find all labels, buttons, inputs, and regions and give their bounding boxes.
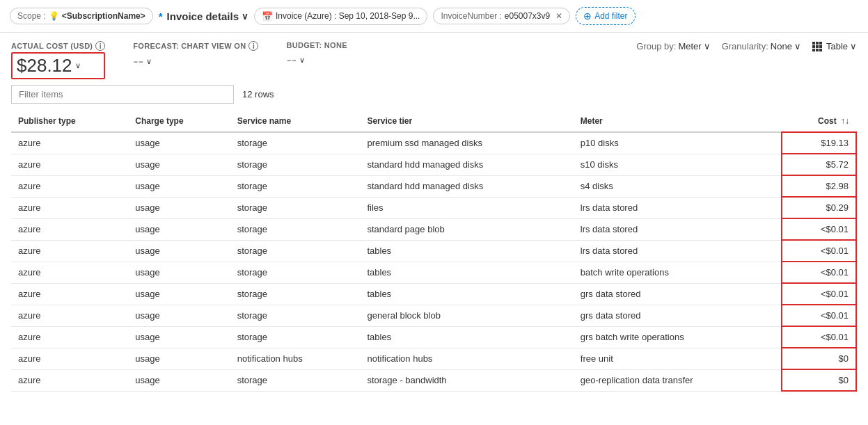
cell-service-name: storage xyxy=(230,326,361,348)
forecast-value[interactable]: -- ∨ xyxy=(133,52,258,70)
table-body: azure usage storage premium ssd managed … xyxy=(11,132,856,391)
col-cost[interactable]: Cost ↑↓ xyxy=(782,111,856,132)
data-table: Publisher type Charge type Service name … xyxy=(11,111,857,392)
cell-cost: $2.98 xyxy=(782,175,856,197)
cell-charge-type: usage xyxy=(128,305,230,326)
granularity-label: Granularity: xyxy=(722,41,768,51)
cell-charge-type: usage xyxy=(128,369,230,391)
cell-service-name: storage xyxy=(230,175,361,197)
cell-cost: $0 xyxy=(782,348,856,369)
scope-value: <SubscriptionName> xyxy=(62,11,145,21)
cell-meter: p10 disks xyxy=(574,132,782,154)
cell-meter: grs data stored xyxy=(574,305,782,326)
rows-count: 12 rows xyxy=(242,89,274,99)
cell-service-tier: tables xyxy=(360,240,573,262)
invoice-number-label: InvoiceNumber : xyxy=(441,11,501,21)
cell-publisher-type: azure xyxy=(11,175,128,197)
cell-meter: lrs data stored xyxy=(574,197,782,218)
cell-charge-type: usage xyxy=(128,240,230,262)
add-filter-button[interactable]: ⊕ Add filter xyxy=(576,7,635,25)
cell-publisher-type: azure xyxy=(11,283,128,305)
table-row: azure usage storage standard page blob l… xyxy=(11,218,856,240)
table-row: azure usage storage premium ssd managed … xyxy=(11,132,856,154)
group-by-control[interactable]: Group by: Meter ∨ xyxy=(636,41,710,51)
granularity-control[interactable]: Granularity: None ∨ xyxy=(722,41,801,51)
cell-publisher-type: azure xyxy=(11,369,128,391)
cell-service-tier: files xyxy=(360,197,573,218)
invoice-filter-pill[interactable]: 📅 Invoice (Azure) : Sep 10, 2018-Sep 9..… xyxy=(254,8,427,25)
page-title: Invoice details xyxy=(167,10,239,22)
cell-service-tier: general block blob xyxy=(360,305,573,326)
table-row: azure usage storage tables grs batch wri… xyxy=(11,326,856,348)
forecast-item: FORECAST: CHART VIEW ON i -- ∨ xyxy=(133,41,258,70)
cell-service-name: storage xyxy=(230,305,361,326)
sort-icon: ↑↓ xyxy=(841,116,849,126)
cell-service-tier: premium ssd managed disks xyxy=(360,132,573,154)
invoice-filter-value: Invoice (Azure) : Sep 10, 2018-Sep 9... xyxy=(276,11,420,21)
cell-service-tier: standard hdd managed disks xyxy=(360,154,573,175)
cell-service-tier: standard page blob xyxy=(360,218,573,240)
chevron-down-icon: ∨ xyxy=(242,11,248,22)
cell-publisher-type: azure xyxy=(11,240,128,262)
cell-publisher-type: azure xyxy=(11,262,128,283)
invoice-number-value: e05007x3v9 xyxy=(505,11,550,21)
cell-meter: free unit xyxy=(574,348,782,369)
table-area: 12 rows Publisher type Charge type Servi… xyxy=(0,85,868,392)
cell-cost: <$0.01 xyxy=(782,326,856,348)
cell-service-name: storage xyxy=(230,262,361,283)
budget-chevron-icon[interactable]: ∨ xyxy=(299,56,305,65)
filter-row: 12 rows xyxy=(11,85,857,104)
view-label: Table xyxy=(826,41,848,51)
cell-service-name: storage xyxy=(230,240,361,262)
cell-service-name: storage xyxy=(230,218,361,240)
table-row: azure usage notification hubs notificati… xyxy=(11,348,856,369)
scope-pill[interactable]: Scope : 💡 <SubscriptionName> xyxy=(10,8,153,24)
cell-service-tier: storage - bandwidth xyxy=(360,369,573,391)
view-control[interactable]: Table ∨ xyxy=(812,41,857,51)
cell-service-name: storage xyxy=(230,132,361,154)
close-icon[interactable]: ✕ xyxy=(555,11,562,21)
cell-meter: s10 disks xyxy=(574,154,782,175)
budget-value[interactable]: -- ∨ xyxy=(286,51,347,69)
forecast-chevron-icon[interactable]: ∨ xyxy=(146,57,152,66)
cell-meter: grs batch write operations xyxy=(574,326,782,348)
cell-charge-type: usage xyxy=(128,132,230,154)
cell-charge-type: usage xyxy=(128,326,230,348)
plus-icon: ⊕ xyxy=(583,10,592,22)
actual-cost-chevron-icon[interactable]: ∨ xyxy=(75,61,81,70)
actual-cost-label: ACTUAL COST (USD) i xyxy=(11,41,105,51)
cell-cost: <$0.01 xyxy=(782,218,856,240)
col-service-name: Service name xyxy=(230,111,361,132)
forecast-info-icon[interactable]: i xyxy=(248,41,258,51)
granularity-chevron-icon: ∨ xyxy=(794,41,801,51)
group-by-chevron-icon: ∨ xyxy=(704,41,711,51)
col-meter: Meter xyxy=(574,111,782,132)
table-row: azure usage storage standard hdd managed… xyxy=(11,154,856,175)
cell-service-tier: notification hubs xyxy=(360,348,573,369)
actual-cost-info-icon[interactable]: i xyxy=(95,41,105,51)
cell-charge-type: usage xyxy=(128,348,230,369)
table-row: azure usage storage tables batch write o… xyxy=(11,262,856,283)
cell-service-name: notification hubs xyxy=(230,348,361,369)
actual-cost-item: ACTUAL COST (USD) i $28.12 ∨ xyxy=(11,41,105,79)
cell-publisher-type: azure xyxy=(11,154,128,175)
col-service-tier: Service tier xyxy=(360,111,573,132)
col-charge-type: Charge type xyxy=(128,111,230,132)
table-row: azure usage storage storage - bandwidth … xyxy=(11,369,856,391)
top-bar: Scope : 💡 <SubscriptionName> * Invoice d… xyxy=(0,0,868,33)
cell-service-tier: tables xyxy=(360,283,573,305)
cell-publisher-type: azure xyxy=(11,326,128,348)
granularity-value: None xyxy=(771,41,792,51)
cell-service-name: storage xyxy=(230,369,361,391)
filter-input[interactable] xyxy=(11,85,234,104)
add-filter-label: Add filter xyxy=(594,11,627,21)
cell-publisher-type: azure xyxy=(11,218,128,240)
actual-cost-value[interactable]: $28.12 ∨ xyxy=(11,52,105,79)
page-title-pill[interactable]: * Invoice details ∨ xyxy=(159,10,248,22)
cell-meter: lrs data stored xyxy=(574,218,782,240)
cell-meter: s4 disks xyxy=(574,175,782,197)
cell-cost: $19.13 xyxy=(782,132,856,154)
cell-cost: <$0.01 xyxy=(782,240,856,262)
invoice-number-pill[interactable]: InvoiceNumber : e05007x3v9 ✕ xyxy=(433,8,570,24)
cell-publisher-type: azure xyxy=(11,348,128,369)
